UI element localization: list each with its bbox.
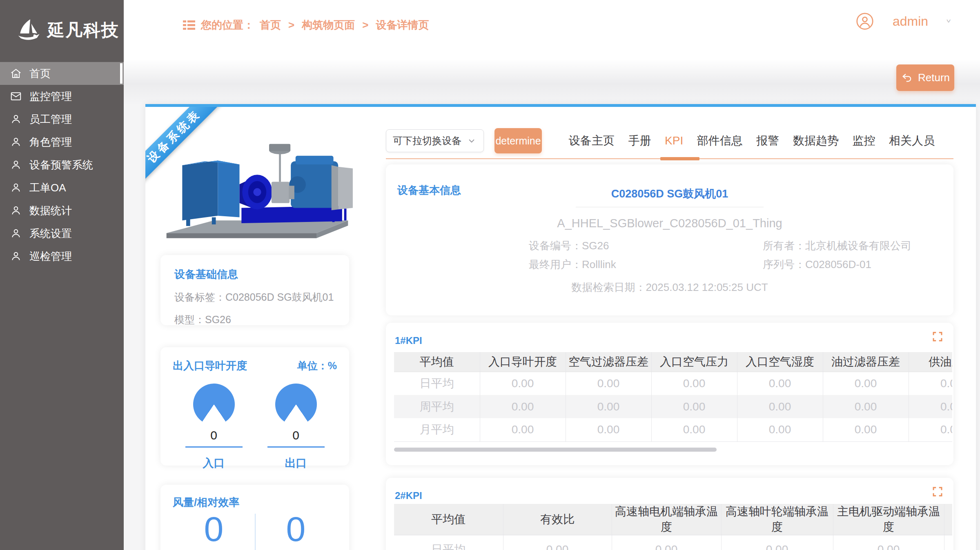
gauge-underline <box>185 446 243 448</box>
brand-name: 延凡科技 <box>47 19 119 42</box>
inlet-gauge-value: 0 <box>181 428 247 442</box>
outlet-gauge-label: 出口 <box>263 456 329 470</box>
sidebar-item-label: 巡检管理 <box>29 249 72 264</box>
kpi2-card: 2#KPI 平均值 有效比 高速轴电机端轴承温度 高速轴叶轮端轴承温度 主电机驱… <box>386 478 953 550</box>
determine-button[interactable]: determine <box>494 128 542 153</box>
unit-label: 单位：% <box>297 359 337 373</box>
person-icon <box>10 250 22 262</box>
breadcrumb-item-device-detail[interactable]: 设备详情页 <box>376 18 429 32</box>
return-button[interactable]: Return <box>896 64 954 91</box>
column-header: 主电机驱动端轴承温度 <box>833 504 944 535</box>
field-label: 最终用户： <box>529 258 582 271</box>
flow-value: 0 <box>173 511 255 546</box>
sidebar-item-warning-system[interactable]: 设备预警系统 <box>0 153 124 176</box>
cell: 0.00 <box>833 535 944 550</box>
sidebar-item-inspection-mgmt[interactable]: 巡检管理 <box>0 245 124 268</box>
column-header: 入口导叶开度 <box>480 352 566 372</box>
person-icon <box>10 113 22 125</box>
sailboat-icon <box>14 17 43 43</box>
list-icon <box>183 20 195 31</box>
controls-row: 可下拉切换设备 determine 设备主页 手册 KPI 部件信息 报警 数据… <box>386 128 953 162</box>
field-label: 设备编号： <box>529 240 582 252</box>
divider <box>255 514 256 550</box>
column-header: 高速轴叶轮端轴承温度 <box>721 504 833 535</box>
sidebar-menu: 首页 监控管理 员工管理 角色管理 <box>0 62 124 268</box>
field-value: SG26 <box>582 240 609 252</box>
device-select-value: 可下拉切换设备 <box>393 134 466 147</box>
column-header: 供油压力 <box>909 352 952 372</box>
cell: 0.00 <box>566 418 651 441</box>
field-label: 所有者： <box>763 240 805 252</box>
breadcrumb-prefix: 您的位置： <box>201 18 254 32</box>
mail-icon <box>10 90 22 102</box>
cell: 0.00 <box>823 395 909 418</box>
table-row: 日平均 0.00 0.00 0.00 0.00 <box>394 535 952 550</box>
tab-manual[interactable]: 手册 <box>628 133 651 149</box>
row-label: 日平均 <box>394 372 480 395</box>
sidebar-item-label: 工单OA <box>29 181 66 195</box>
sidebar-item-label: 员工管理 <box>29 112 72 126</box>
thing-id: A_HHEL_SGBlower_C028056D_01_Thing <box>386 217 953 230</box>
row-label: 周平均 <box>394 395 480 418</box>
breadcrumb-item-home[interactable]: 首页 <box>260 18 281 32</box>
kpi1-horizontal-scrollbar[interactable] <box>394 448 717 452</box>
column-header: 入口空气压力 <box>651 352 737 372</box>
tab-bar: 设备主页 手册 KPI 部件信息 报警 数据趋势 监控 相关人员 <box>566 128 953 153</box>
sidebar-item-label: 角色管理 <box>29 135 72 149</box>
cell: 0.00 <box>480 395 566 418</box>
device-select[interactable]: 可下拉切换设备 <box>386 129 484 152</box>
cell: 0.00 <box>651 372 737 395</box>
cell: 0.00 <box>612 535 721 550</box>
table-row: 日平均 0.00 0.00 0.00 0.00 0.00 0.00 <box>394 372 952 395</box>
tab-parts-info[interactable]: 部件信息 <box>697 133 743 149</box>
expand-icon[interactable] <box>931 330 944 344</box>
user-menu[interactable]: admin ˅ <box>856 12 951 30</box>
return-button-label: Return <box>918 71 950 84</box>
device-base-info-panel: 设备基础信息 设备标签：C028056D SG鼓风机01 模型：SG26 <box>160 255 349 325</box>
tab-kpi[interactable]: KPI <box>665 134 683 147</box>
tab-related-personnel[interactable]: 相关人员 <box>889 133 935 149</box>
user-circle-icon <box>856 12 874 30</box>
data-retrieval-date: 数据检索日期：2025.03.12 12:05:25 UCT <box>386 280 953 295</box>
outlet-gauge: 0 出口 <box>263 384 329 470</box>
panel-title: 出入口导叶开度 <box>173 359 247 373</box>
active-tab-indicator <box>660 157 699 160</box>
cell: 0.00 <box>566 395 651 418</box>
equipment-image <box>157 130 357 248</box>
end-user-field: 最终用户：Rolllink <box>529 257 616 272</box>
flow-metric: 0 Nm³/hr <box>173 511 255 550</box>
vane-opening-panel: 出入口导叶开度 单位：% 0 入口 0 出口 <box>160 347 349 466</box>
cell: 0.00 <box>909 418 952 441</box>
person-icon <box>10 204 22 217</box>
sidebar-item-home[interactable]: 首页 <box>0 62 124 85</box>
tab-data-trend[interactable]: 数据趋势 <box>793 133 839 149</box>
field-value: Rolllink <box>582 258 616 271</box>
sidebar-item-employee-mgmt[interactable]: 员工管理 <box>0 108 124 131</box>
breadcrumb-item-structure-page[interactable]: 构筑物页面 <box>302 18 355 32</box>
tab-device-home[interactable]: 设备主页 <box>569 133 615 149</box>
efficiency-value: 0 <box>255 511 337 546</box>
sidebar-item-data-statistics[interactable]: 数据统计 <box>0 199 124 222</box>
username-label: admin <box>893 14 928 29</box>
device-name[interactable]: C028056D SG鼓风机01 <box>386 186 953 201</box>
row-label: 月平均 <box>394 418 480 441</box>
sidebar-item-work-order-oa[interactable]: 工单OA <box>0 176 124 199</box>
sidebar-item-role-mgmt[interactable]: 角色管理 <box>0 131 124 153</box>
tab-alarm[interactable]: 报警 <box>756 133 779 149</box>
cell: 0.00 <box>909 372 952 395</box>
cell: 0.00 <box>503 535 612 550</box>
sidebar-item-monitoring-mgmt[interactable]: 监控管理 <box>0 85 124 108</box>
breadcrumb: 您的位置： 首页 > 构筑物页面 > 设备详情页 <box>183 18 429 32</box>
inlet-gauge-label: 入口 <box>181 456 247 470</box>
brand-logo[interactable]: 延凡科技 <box>0 0 124 60</box>
sidebar-item-system-settings[interactable]: 系统设置 <box>0 222 124 245</box>
tab-monitoring[interactable]: 监控 <box>852 133 875 149</box>
cell: 0.00 <box>737 395 823 418</box>
device-model-label: 模型： <box>174 314 205 325</box>
expand-icon[interactable] <box>931 485 944 499</box>
outlet-gauge-value: 0 <box>263 428 329 442</box>
column-header: 有效比 <box>503 504 612 535</box>
gauge-shape <box>275 384 317 425</box>
person-icon <box>10 182 22 194</box>
column-header: 油过滤器压差 <box>823 352 909 372</box>
